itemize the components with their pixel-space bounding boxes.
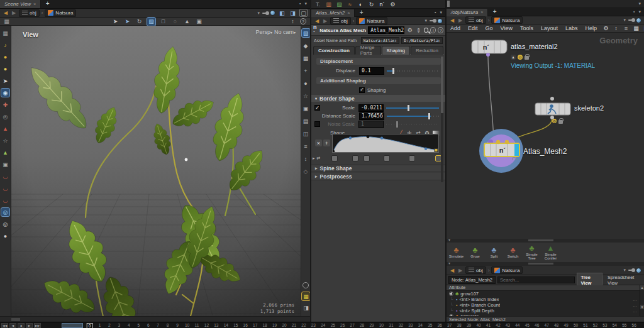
timeline-tick[interactable]: 29 [369,323,374,327]
timeline-tick[interactable]: 34 [418,323,423,327]
bell-icon[interactable]: ● [1,53,9,61]
timeline-tick[interactable]: 38 [457,323,461,327]
lock-icon[interactable] [525,56,529,60]
maximize-icon[interactable] [633,9,636,14]
timeline-tick[interactable]: 36 [438,323,442,327]
node-name-field[interactable]: Atlas_Mesh2 [368,26,404,34]
timeline-tick[interactable]: 46 [535,323,539,327]
pin-icon[interactable] [430,20,435,21]
ramp-handle[interactable] [364,155,370,161]
breadcrumb-node[interactable]: Natsura [356,17,387,25]
forward-icon[interactable]: ▶ [457,268,464,273]
frame-view-icon[interactable]: ◨ [302,303,310,312]
menu-tools[interactable]: Tools [516,25,537,31]
scale-field[interactable]: -0.0211 [358,104,384,112]
ramp-add-button[interactable]: + [323,139,330,146]
ramp-handle[interactable] [352,155,358,161]
timeline-tick[interactable]: 28 [360,323,364,327]
sync-icon[interactable]: ↕ [289,18,297,26]
close-icon[interactable]: × [33,2,36,6]
back-icon[interactable]: ◀ [3,10,9,16]
shelf-moon-icon[interactable]: ◐ [357,0,365,8]
path-dropdown-icon[interactable] [425,18,427,23]
timeline-tick[interactable]: 21 [292,323,296,327]
timeline-tick[interactable]: 47 [545,323,549,327]
pane-dropdown-icon[interactable] [638,9,642,14]
timeline-tick[interactable]: 42 [496,323,500,327]
scale-checkbox[interactable]: ✓ [314,105,320,111]
snapshot-icon[interactable]: ▣ [195,18,203,26]
timeline-tick[interactable]: 52 [593,323,597,327]
tree-scrollbar[interactable]: ▲ ▼ [640,285,644,316]
pane-dropdown-icon[interactable] [304,1,308,6]
window-icon[interactable]: ▣ [1,160,9,168]
render-flag-icon[interactable]: ▲ [511,55,516,60]
shelf-cube-icon[interactable]: ▧ [335,0,343,8]
pane-handle[interactable] [447,1,450,7]
template-flag-icon[interactable]: ⚙ [552,119,557,123]
hand-icon[interactable]: ● [1,232,9,240]
timeline-tick[interactable]: 48 [554,323,558,327]
asset-name-dropdown[interactable]: Natsura:Atlas_Mesh...↕ [361,37,400,44]
points-icon[interactable]: ● [302,79,310,87]
timeline-tick[interactable]: 16 [243,323,248,327]
pose-icon[interactable]: ◎ [1,112,9,121]
timeline-ruler[interactable]: 0123456789101112131415161718192021222324… [0,322,644,328]
path-dropdown-icon[interactable] [257,11,260,16]
timeline-tick[interactable]: 55 [622,323,626,327]
select-visible-icon[interactable]: ▧ [147,18,155,26]
magnifier-icon[interactable] [424,28,428,33]
lock-icon[interactable] [558,120,563,124]
row-options-button[interactable]: … [633,303,638,307]
timeline-tick[interactable]: 8 [167,323,169,327]
timeline-tick[interactable]: 44 [515,323,519,327]
timeline-tick[interactable]: 45 [525,323,530,327]
search-input[interactable] [497,276,575,283]
grid-ref-icon[interactable]: ▤ [302,117,310,125]
maximize-icon[interactable] [299,1,302,6]
select-arrow-icon[interactable]: ➤ [1,77,9,85]
timeline-tick[interactable]: 39 [467,323,471,327]
timeline-tick[interactable]: 35 [428,323,432,327]
gear-icon[interactable]: ⚙ [406,26,413,35]
forward-icon[interactable]: ▶ [322,18,328,24]
tab-network[interactable]: /obj/Natsura× [447,9,488,16]
ramp-expand-icon[interactable]: ▸ [313,156,315,161]
tree-row[interactable]: └▪<int> Branch Index… [447,297,644,302]
ramp-handle[interactable] [331,155,338,161]
timeline-tick[interactable]: 33 [408,323,413,327]
camera-a-icon[interactable]: ◧ [278,9,286,17]
timeline-tick[interactable]: 51 [583,323,587,327]
chick-icon[interactable]: ● [1,65,9,73]
radio-icon[interactable] [449,292,453,296]
wireframe-icon[interactable]: ▦ [302,54,310,62]
timeline-tick[interactable]: 49 [564,323,568,327]
shelf-hook-icon[interactable]: ≈ [346,0,354,8]
link-globe-icon[interactable] [270,10,275,16]
param-tab-construction[interactable]: Construction [313,46,355,55]
tools-icon[interactable]: ⚙ [602,25,610,33]
timeline-tick[interactable]: 30 [379,323,384,327]
additional-shaping-header[interactable]: Additional Shaping [316,77,441,84]
timeline-tick[interactable]: 13 [214,323,218,327]
scroll-down-icon[interactable]: ▼ [640,305,644,309]
viewport-3d[interactable]: View Persp No cam 2,066 prims 1,713 poin… [11,26,301,316]
asset-path-dropdown[interactable]: D:/Natsura/Plastic/s...↕ [401,37,443,44]
timeline-tick[interactable]: 32 [399,323,403,327]
forward-icon[interactable]: ▶ [457,18,464,23]
lasso-select-icon[interactable]: ↻ [135,18,143,26]
timeline-tick[interactable]: 23 [311,323,316,327]
close-icon[interactable]: × [480,10,483,14]
timeline-tick[interactable]: 7 [157,323,159,327]
info-icon[interactable]: i [430,27,436,33]
scale-slider[interactable] [386,104,439,112]
timeline-tick[interactable]: 15 [233,323,238,327]
scroll-up-icon[interactable]: ▲ [640,285,644,290]
param-tab-merge-parts[interactable]: Merge Parts [355,46,381,55]
breadcrumb-node[interactable]: Natsura [491,16,523,24]
timeline-tick[interactable]: 4 [128,323,130,327]
menu-add[interactable]: Add [447,25,464,31]
jet-icon[interactable]: ▲ [1,124,9,133]
back-icon[interactable]: ◀ [449,18,455,23]
breadcrumb-root[interactable]: obj [19,9,40,17]
